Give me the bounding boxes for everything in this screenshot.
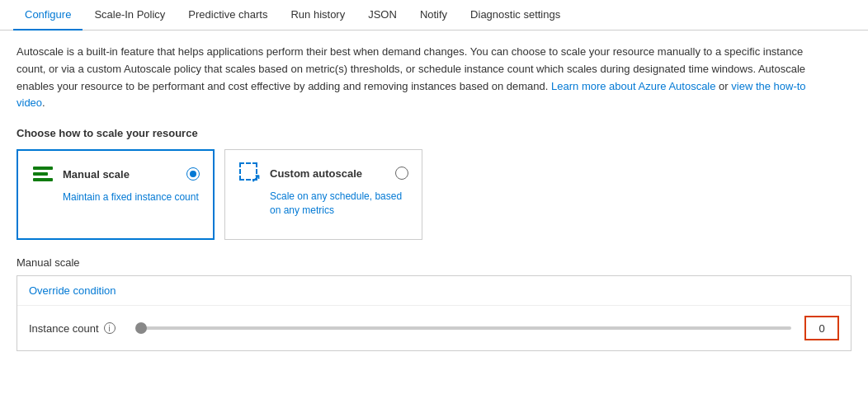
desc-or: or: [719, 80, 731, 92]
custom-scale-radio[interactable]: [395, 167, 408, 180]
manual-card-header: Manual scale: [31, 162, 200, 185]
manual-card-desc: Maintain a fixed instance count: [63, 190, 200, 204]
custom-autoscale-card[interactable]: ↗ Custom autoscale Scale on any schedule…: [224, 149, 422, 240]
tab-configure[interactable]: Configure: [13, 0, 83, 31]
main-content: Autoscale is a built-in feature that hel…: [0, 31, 868, 364]
tab-notify[interactable]: Notify: [408, 0, 459, 31]
manual-scale-radio[interactable]: [186, 167, 200, 181]
instance-count-label: Instance count i: [29, 322, 128, 335]
tab-predictive-charts[interactable]: Predictive charts: [177, 0, 279, 31]
instance-count-info-icon[interactable]: i: [104, 322, 116, 334]
tab-run-history[interactable]: Run history: [279, 0, 356, 31]
custom-card-desc: Scale on any schedule, based on any metr…: [270, 190, 408, 218]
scale-options: Manual scale Maintain a fixed instance c…: [17, 149, 851, 240]
instance-slider-track[interactable]: [141, 326, 791, 330]
instance-count-row: Instance count i 0: [17, 306, 851, 350]
override-condition-header: Override condition: [17, 276, 851, 306]
manual-card-title: Manual scale: [63, 168, 130, 181]
manual-scale-section-label: Manual scale: [17, 256, 851, 269]
tab-json[interactable]: JSON: [356, 0, 408, 31]
tab-bar: Configure Scale-In Policy Predictive cha…: [0, 0, 868, 31]
manual-scale-card[interactable]: Manual scale Maintain a fixed instance c…: [17, 149, 215, 240]
instance-slider-thumb[interactable]: [135, 322, 147, 334]
tab-diagnostic-settings[interactable]: Diagnostic settings: [459, 0, 572, 31]
custom-autoscale-icon: ↗: [238, 162, 262, 185]
learn-more-link[interactable]: Learn more about Azure Autoscale: [551, 80, 715, 92]
description-text: Autoscale is a built-in feature that hel…: [17, 44, 825, 112]
custom-card-title: Custom autoscale: [270, 167, 362, 180]
tab-scale-in-policy[interactable]: Scale-In Policy: [83, 0, 177, 31]
override-box: Override condition Instance count i 0: [17, 275, 851, 351]
instance-label-text: Instance count: [29, 322, 99, 335]
manual-scale-icon: [31, 162, 54, 185]
instance-value-input[interactable]: 0: [804, 316, 839, 340]
choose-section-title: Choose how to scale your resource: [17, 127, 851, 139]
custom-card-header: ↗ Custom autoscale: [238, 162, 408, 185]
slider-container: [141, 326, 791, 330]
